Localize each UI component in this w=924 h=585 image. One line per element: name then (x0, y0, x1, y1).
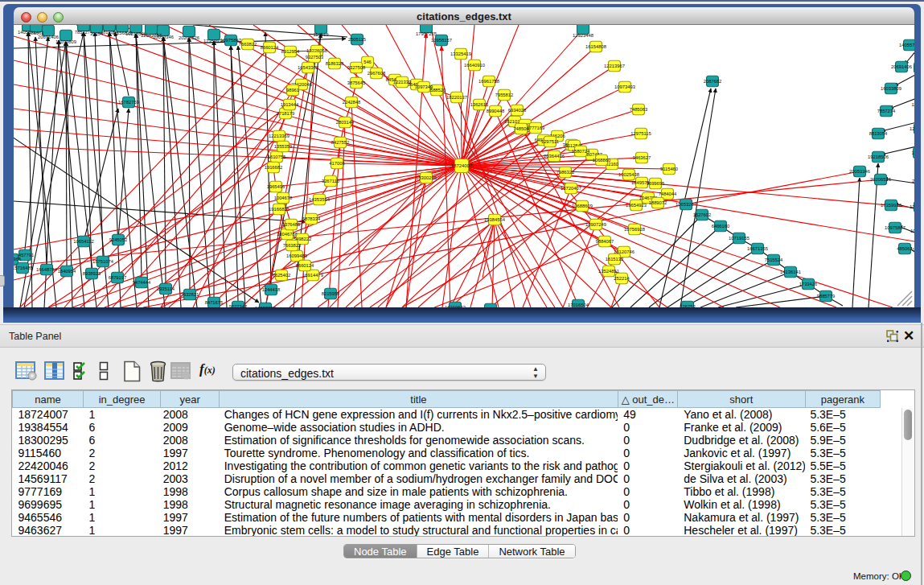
svg-text:1965496: 1965496 (267, 184, 285, 189)
svg-text:2087682: 2087682 (704, 79, 722, 84)
svg-text:8813054: 8813054 (869, 131, 888, 136)
svg-text:10719155: 10719155 (729, 236, 749, 241)
svg-text:18907249: 18907249 (585, 222, 606, 227)
svg-text:7857274: 7857274 (877, 109, 896, 113)
svg-text:6466160: 6466160 (712, 224, 730, 229)
svg-text:10653267: 10653267 (676, 202, 696, 207)
svg-text:7986322: 7986322 (556, 170, 575, 175)
svg-text:10975867: 10975867 (885, 225, 906, 230)
svg-text:114519: 114519 (314, 32, 329, 37)
svg-text:16033809: 16033809 (881, 86, 901, 91)
svg-text:1527602: 1527602 (693, 212, 712, 217)
svg-text:12942757: 12942757 (910, 126, 914, 131)
svg-text:7663822: 7663822 (239, 42, 257, 47)
svg-text:7663822: 7663822 (283, 243, 302, 248)
svg-text:16033809: 16033809 (55, 39, 76, 44)
svg-text:8471675: 8471675 (205, 300, 224, 305)
svg-text:9329966: 9329966 (14, 257, 21, 262)
svg-text:1889072: 1889072 (649, 200, 667, 205)
svg-text:1610755: 1610755 (268, 154, 286, 159)
svg-text:2505115: 2505115 (912, 179, 914, 183)
svg-text:2803144: 2803144 (336, 120, 355, 125)
svg-text:9245052: 9245052 (109, 237, 128, 242)
svg-text:17359938: 17359938 (881, 203, 901, 208)
svg-text:17957255: 17957255 (910, 204, 914, 209)
svg-text:7632821: 7632821 (181, 292, 199, 297)
svg-text:546: 546 (363, 60, 372, 64)
svg-text:8660124: 8660124 (296, 263, 314, 268)
svg-text:7625402: 7625402 (273, 273, 291, 278)
svg-text:9327503: 9327503 (306, 55, 324, 60)
svg-text:485061: 485061 (28, 31, 43, 35)
svg-text:1913444: 1913444 (281, 102, 299, 107)
svg-text:8215958: 8215958 (322, 291, 340, 296)
svg-text:1068860: 1068860 (593, 158, 611, 163)
svg-text:19166825: 19166825 (269, 207, 290, 212)
svg-text:1916682: 1916682 (265, 165, 283, 170)
svg-text:8660124: 8660124 (261, 45, 279, 50)
svg-text:15720407: 15720407 (561, 186, 581, 191)
svg-text:39154: 39154 (90, 31, 104, 36)
svg-text:1615132: 1615132 (606, 257, 624, 262)
svg-text:9327508: 9327508 (347, 65, 366, 70)
svg-text:7955812: 7955812 (495, 93, 514, 97)
svg-text:8912954: 8912954 (281, 49, 300, 54)
svg-text:6879197: 6879197 (109, 275, 127, 280)
svg-text:16640910: 16640910 (464, 63, 485, 68)
svg-text:8938923: 8938923 (83, 271, 101, 276)
svg-text:3875645: 3875645 (347, 80, 366, 85)
svg-text:12942757: 12942757 (141, 33, 162, 38)
svg-text:16648784: 16648784 (36, 267, 58, 272)
svg-text:417006: 417006 (329, 161, 344, 166)
svg-text:20364436: 20364436 (544, 154, 565, 159)
svg-text:19218506: 19218506 (868, 154, 889, 159)
svg-text:2967608: 2967608 (368, 71, 386, 76)
svg-text:8427552: 8427552 (331, 140, 350, 145)
svg-text:12923448: 12923448 (573, 33, 593, 38)
svg-text:485061: 485061 (897, 246, 912, 251)
svg-text:8990448: 8990448 (487, 109, 505, 113)
svg-text:20053346: 20053346 (849, 169, 870, 174)
svg-text:10688609: 10688609 (572, 204, 593, 208)
svg-text:20206526: 20206526 (870, 177, 891, 182)
svg-text:18300295: 18300295 (416, 175, 437, 180)
svg-text:1244418: 1244418 (262, 287, 281, 292)
svg-text:39154: 39154 (914, 65, 914, 70)
svg-text:18220137: 18220137 (446, 95, 467, 100)
svg-text:2935114: 2935114 (157, 286, 175, 291)
svg-text:18724007: 18724007 (451, 163, 472, 168)
svg-text:9884067: 9884067 (596, 239, 614, 244)
svg-text:1580724: 1580724 (572, 149, 590, 154)
svg-text:1297511: 1297511 (541, 139, 559, 144)
svg-text:17957255: 17957255 (416, 31, 437, 36)
svg-text:3267110: 3267110 (322, 179, 339, 183)
svg-text:10958157: 10958157 (910, 229, 914, 233)
svg-text:10958157: 10958157 (431, 38, 452, 43)
svg-text:16671355: 16671355 (747, 246, 768, 251)
svg-text:9699695: 9699695 (647, 181, 665, 186)
svg-text:1004678: 1004678 (274, 196, 293, 200)
svg-text:9115460: 9115460 (660, 167, 678, 171)
svg-text:7485063: 7485063 (630, 107, 648, 112)
svg-text:20206526: 20206526 (179, 35, 199, 40)
svg-text:2718179: 2718179 (277, 111, 295, 116)
svg-text:12213369: 12213369 (269, 134, 290, 138)
svg-text:16154808: 16154808 (585, 44, 606, 49)
svg-text:12975115: 12975115 (630, 131, 651, 136)
svg-text:1362615: 1362615 (470, 102, 489, 107)
svg-text:9463627: 9463627 (633, 155, 651, 160)
svg-text:19384554: 19384554 (484, 217, 506, 222)
svg-text:1355359: 1355359 (274, 144, 293, 149)
svg-text:7515524: 7515524 (765, 257, 783, 262)
svg-text:1640954: 1640954 (58, 269, 76, 274)
svg-text:5878334: 5878334 (302, 216, 321, 221)
svg-text:12213967: 12213967 (604, 64, 625, 68)
svg-text:13325419: 13325419 (450, 51, 471, 56)
svg-text:14353594: 14353594 (309, 197, 331, 202)
svg-text:16782759: 16782759 (118, 100, 139, 105)
svg-text:10756928: 10756928 (624, 227, 645, 232)
svg-text:15751074: 15751074 (92, 259, 114, 264)
svg-text:10025438: 10025438 (618, 172, 639, 177)
svg-text:16099489: 16099489 (286, 253, 307, 258)
svg-text:11156829: 11156829 (912, 102, 914, 107)
